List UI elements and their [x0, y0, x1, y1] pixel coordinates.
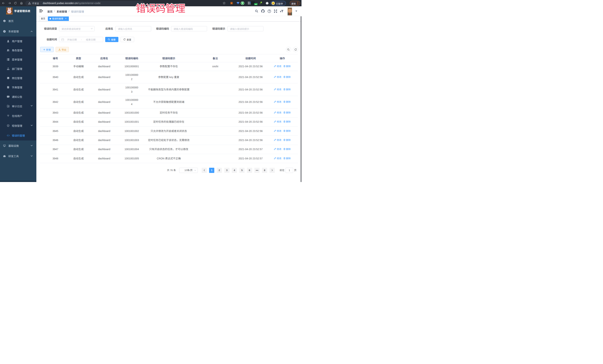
svg-text:on: on [255, 3, 257, 5]
svg-text:错误码管理: 错误码管理 [136, 3, 185, 14]
